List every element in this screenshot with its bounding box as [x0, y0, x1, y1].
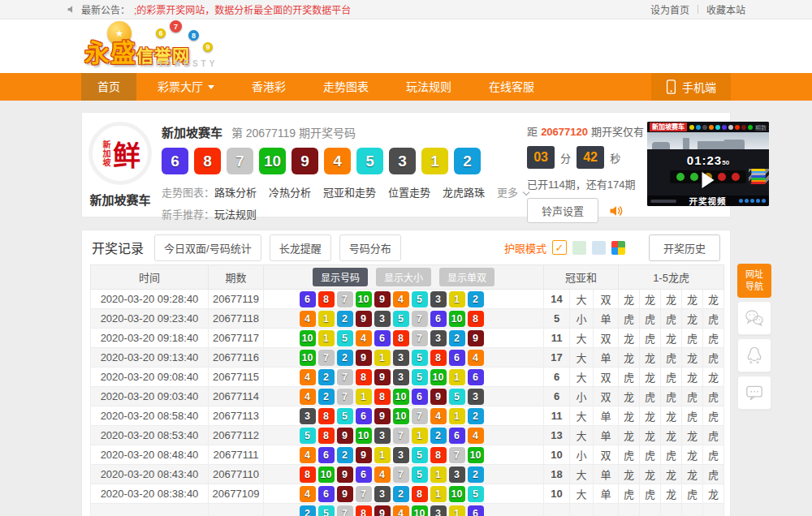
cell-dragon-tiger: 虎	[703, 329, 724, 348]
lottery-ball-6: 6	[468, 369, 484, 385]
cell-parity	[594, 504, 619, 516]
video-label: 开奖视频	[689, 195, 726, 206]
cell-dragon-tiger: 龙	[619, 426, 640, 445]
lottery-ball-1: 1	[374, 350, 391, 366]
set-home-link[interactable]: 设为首页	[650, 2, 689, 16]
video-ball-dots	[689, 125, 753, 130]
site-nav-shortcut[interactable]: 网址导航	[737, 264, 771, 298]
lottery-ball-6: 6	[468, 505, 484, 516]
lottery-ball-5: 5	[412, 350, 428, 366]
rules-link[interactable]: 玩法规则	[214, 209, 257, 221]
chat-contact[interactable]	[737, 376, 771, 410]
lottery-ball-9: 9	[430, 389, 447, 405]
countdown-title: 距20677120期开奖仅有	[527, 123, 644, 139]
lottery-ball-7: 7	[356, 486, 372, 502]
lottery-ball-4: 4	[300, 447, 316, 463]
lottery-ball-5: 5	[393, 311, 409, 327]
bell-settings-button[interactable]: 铃声设置	[527, 198, 598, 223]
next-issue: 20677120	[541, 126, 588, 138]
lottery-ball-7: 7	[449, 447, 465, 463]
records-tool-button[interactable]: 今日双面/号码统计	[154, 234, 261, 261]
logo-ball-icon: 7	[170, 20, 182, 32]
qq-icon	[744, 345, 765, 366]
play-icon[interactable]	[702, 172, 714, 188]
nav-item[interactable]: 彩票大厅	[141, 73, 231, 101]
display-mode-button[interactable]: 显示号码	[313, 268, 368, 286]
cell-time: 2020-03-20 09:28:40	[91, 290, 209, 309]
qq-contact[interactable]	[737, 338, 771, 372]
cell-dragon-tiger: 虎	[619, 309, 640, 329]
cell-dragon-tiger: 虎	[703, 406, 724, 426]
lottery-ball-7: 7	[337, 369, 353, 385]
lottery-ball-5: 5	[412, 447, 428, 463]
lottery-ball-3: 3	[300, 408, 316, 424]
display-mode-button[interactable]: 显示大小	[376, 268, 431, 286]
cell-dragon-tiger: 龙	[619, 387, 640, 406]
nav-item[interactable]: 走势图表	[307, 73, 385, 101]
eye-swatch-green[interactable]	[572, 241, 586, 255]
records-tool-button[interactable]: 号码分布	[339, 234, 401, 261]
lottery-ball-5: 5	[468, 486, 484, 502]
lottery-ball-8: 8	[318, 291, 335, 307]
cell-issue: 20677116	[209, 348, 264, 368]
cell-dragon-tiger: 龙	[661, 484, 682, 504]
history-button[interactable]: 开奖历史	[649, 234, 720, 261]
eye-mode-checkbox[interactable]: ✓	[552, 240, 567, 255]
race-cars-strip	[749, 169, 769, 184]
lottery-ball-6: 6	[449, 350, 465, 366]
lottery-ball-5: 5	[318, 505, 335, 516]
trend-link[interactable]: 路珠分析	[214, 187, 257, 199]
display-mode-button[interactable]: 显示单双	[439, 268, 495, 286]
cell-parity: 单	[594, 309, 619, 329]
trend-link[interactable]: 位置走势	[388, 187, 430, 199]
lottery-ball-3: 3	[374, 486, 391, 502]
lottery-ball-9: 9	[468, 330, 484, 346]
lottery-ball-6: 6	[300, 291, 316, 307]
cell-dragon-tiger: 龙	[661, 329, 682, 348]
announcement: 最新公告： ;的彩票开奖网站，数据分析最全面的开奖数据平台	[67, 2, 351, 16]
record-row: 2020-03-20 08:43:40206771108109647513218…	[91, 465, 724, 484]
records-tool-button[interactable]: 长龙提醒	[270, 234, 331, 261]
cell-dragon-tiger: 虎	[682, 484, 703, 504]
lottery-ball-2: 2	[318, 369, 335, 385]
trend-link[interactable]: 冠亚和走势	[323, 187, 376, 199]
lottery-ball-8: 8	[374, 389, 391, 405]
wechat-contact[interactable]	[737, 301, 771, 335]
eye-swatch-blue[interactable]	[592, 241, 606, 255]
volume-icon[interactable]	[608, 203, 624, 219]
lottery-ball-8: 8	[430, 350, 447, 366]
cell-time: 2020-03-20 09:18:40	[91, 329, 209, 348]
cell-numbers: 38569107412	[264, 406, 544, 426]
favorite-link[interactable]: 收藏本站	[706, 2, 745, 16]
video-meta	[650, 200, 676, 203]
logo-subtext: HONESTY	[156, 59, 218, 68]
lottery-ball-7: 7	[393, 467, 409, 483]
more-link[interactable]: 更多	[497, 187, 527, 199]
nav-item[interactable]: 在线客服	[473, 73, 551, 101]
cell-numbers: 46973281105	[264, 484, 544, 504]
lottery-ball-7: 7	[412, 408, 428, 424]
trend-link[interactable]: 冷热分析	[269, 187, 311, 199]
cell-time: 2020-03-20 08:58:40	[91, 406, 209, 426]
record-row: 2020-03-20 09:13:40206771161072913586417…	[91, 348, 724, 368]
chat-bubble-icon	[744, 382, 765, 403]
eye-mode-label: 护眼模式	[504, 240, 546, 256]
col-sum: 冠亚和	[544, 265, 619, 290]
lottery-ball-3: 3	[430, 330, 447, 346]
lottery-ball-2: 2	[337, 447, 353, 463]
site-logo[interactable]: ★ 7 8 6 9 永盛信誉网 HONESTY	[84, 21, 247, 71]
nav-item[interactable]: 香港彩	[235, 73, 302, 101]
eye-swatch-colorful[interactable]	[611, 241, 625, 255]
lottery-ball-1: 1	[449, 408, 465, 424]
trend-link[interactable]: 龙虎路珠	[443, 187, 485, 199]
draw-video-thumbnail[interactable]: 新加坡赛车 期数 : 247 01:2350 开奖视频	[647, 122, 769, 206]
caret-down-icon	[208, 85, 214, 89]
lottery-ball-2: 2	[430, 428, 447, 444]
cell-numbers: 10729135864	[264, 348, 544, 368]
display-mode-switcher: 显示号码显示大小显示单双	[264, 265, 544, 290]
cell-dragon-tiger: 龙	[619, 348, 640, 368]
lottery-ball-5: 5	[412, 467, 428, 483]
mobile-version-button[interactable]: 手机端	[651, 73, 731, 101]
nav-item[interactable]: 首页	[81, 73, 136, 101]
nav-item[interactable]: 玩法规则	[390, 73, 468, 101]
